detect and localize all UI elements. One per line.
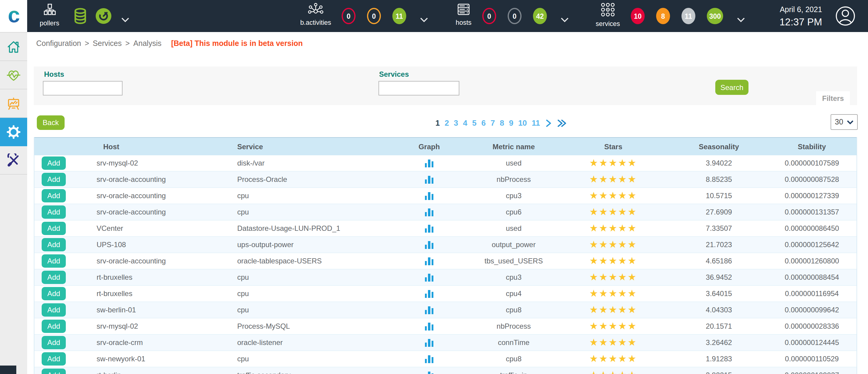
stability-cell: 0.000000110529 — [767, 351, 857, 367]
page-10[interactable]: 10 — [518, 118, 527, 127]
sitemap-icon — [43, 4, 56, 16]
status-badge-outline-gray[interactable]: 0 — [508, 8, 522, 24]
table-row: Addsrv-oracle-accountingcpucpu3★★★★★10.5… — [34, 188, 857, 204]
page-2[interactable]: 2 — [444, 118, 449, 127]
back-button[interactable]: Back — [37, 115, 65, 130]
bar-chart-icon[interactable] — [425, 175, 434, 183]
bar-chart-icon[interactable] — [425, 192, 434, 200]
latency-status[interactable] — [95, 8, 112, 27]
chart-easel-icon — [7, 96, 21, 110]
add-button[interactable]: Add — [42, 287, 66, 300]
service-cell: cpu — [218, 302, 387, 318]
sidebar-item-reporting[interactable] — [0, 89, 27, 118]
table-row: Addsrv-mysql-02Process-MySQLnbProcess★★★… — [34, 318, 857, 335]
ba-menu[interactable]: b.activities — [298, 3, 333, 26]
bar-chart-icon[interactable] — [425, 322, 434, 330]
seasonality-cell: 3.64015 — [671, 286, 767, 301]
services-dropdown[interactable] — [737, 14, 745, 25]
page-7[interactable]: 7 — [490, 118, 495, 127]
services-filter-input[interactable] — [378, 81, 459, 95]
table-header-row: Host Service Graph Metric name Stars Sea… — [34, 137, 857, 155]
pollers-menu[interactable]: pollers — [36, 4, 63, 27]
breadcrumb-services[interactable]: Services — [93, 39, 122, 48]
hosts-dropdown[interactable] — [561, 14, 568, 25]
star-rating: ★★★★★ — [556, 302, 671, 318]
page-1[interactable]: 1 — [435, 118, 440, 127]
database-status[interactable] — [73, 8, 88, 27]
services-menu[interactable]: services — [592, 2, 624, 27]
hosts-menu[interactable]: hosts — [450, 3, 477, 26]
sidebar-item-configuration[interactable] — [0, 118, 27, 146]
status-badge-outline-red[interactable]: 0 — [482, 8, 496, 24]
status-badge-outline-red[interactable]: 0 — [342, 8, 355, 24]
page-5[interactable]: 5 — [472, 118, 476, 127]
page-11[interactable]: 11 — [532, 118, 540, 127]
table-row: Addsrv-oracle-accountingcpucpu6★★★★★27.6… — [34, 204, 857, 221]
centreon-app: c pollers — [0, 0, 868, 374]
status-badge-fill-green[interactable]: 11 — [392, 8, 406, 24]
status-badge-fill-red[interactable]: 10 — [631, 8, 645, 24]
status-badge-fill-green[interactable]: 300 — [707, 8, 723, 24]
pollers-dropdown[interactable] — [121, 14, 129, 25]
bar-chart-icon[interactable] — [425, 371, 434, 374]
chevron-right-icon — [546, 119, 551, 126]
page-3[interactable]: 3 — [454, 118, 458, 127]
status-badge-fill-gray[interactable]: 11 — [681, 8, 695, 24]
add-button[interactable]: Add — [42, 254, 66, 268]
page-size-select[interactable]: 30 — [831, 114, 858, 130]
centreon-logo[interactable]: c — [0, 0, 27, 32]
service-cell: cpu — [218, 286, 387, 301]
bar-chart-icon[interactable] — [425, 257, 434, 265]
bar-chart-icon[interactable] — [425, 306, 434, 314]
add-button[interactable]: Add — [42, 303, 66, 317]
hosts-filter-input[interactable] — [43, 81, 123, 95]
last-page-button[interactable] — [557, 119, 566, 126]
filters-toggle[interactable]: Filters — [816, 91, 850, 105]
status-badge-fill-green[interactable]: 42 — [533, 8, 547, 24]
add-button[interactable]: Add — [42, 369, 66, 374]
sidebar-item-administration[interactable] — [0, 146, 27, 175]
bar-chart-icon[interactable] — [425, 225, 434, 232]
bar-chart-icon[interactable] — [425, 274, 434, 281]
bar-chart-icon[interactable] — [425, 290, 434, 297]
page-9[interactable]: 9 — [509, 118, 513, 127]
add-button[interactable]: Add — [42, 205, 66, 219]
star-rating: ★★★★★ — [556, 221, 671, 236]
home-icon — [7, 39, 21, 54]
add-button[interactable]: Add — [42, 352, 66, 366]
search-button[interactable]: Search — [715, 80, 748, 95]
service-cell: Process-MySQL — [218, 318, 387, 334]
status-badge-outline-orange[interactable]: 0 — [367, 8, 381, 24]
page-4[interactable]: 4 — [463, 118, 467, 127]
status-badge-fill-orange[interactable]: 8 — [656, 8, 670, 24]
bar-chart-icon[interactable] — [425, 159, 434, 167]
page-8[interactable]: 8 — [500, 118, 504, 127]
add-button[interactable]: Add — [42, 173, 66, 186]
bar-chart-icon[interactable] — [425, 208, 434, 216]
services-filter-label: Services — [379, 70, 409, 79]
next-page-button[interactable] — [546, 119, 551, 126]
add-button[interactable]: Add — [42, 271, 66, 284]
bar-chart-icon[interactable] — [425, 339, 434, 346]
bar-chart-icon[interactable] — [425, 355, 434, 363]
add-button[interactable]: Add — [42, 320, 66, 333]
add-button[interactable]: Add — [42, 189, 66, 202]
table-body: Addsrv-mysql-02disk-/varused★★★★★3.94022… — [34, 155, 857, 374]
metric-cell: used — [471, 221, 556, 236]
ba-badges: 0011 — [342, 8, 406, 24]
add-button[interactable]: Add — [42, 336, 66, 349]
service-cell: cpu — [218, 269, 387, 285]
table-row: Addrt-bruxellescpucpu3★★★★★36.94520.0000… — [34, 269, 857, 286]
sidebar-item-home[interactable] — [0, 33, 27, 61]
add-button[interactable]: Add — [42, 222, 66, 235]
add-button[interactable]: Add — [42, 156, 66, 170]
star-rating: ★★★★★ — [556, 286, 671, 301]
add-button[interactable]: Add — [42, 238, 66, 251]
sidebar-item-monitoring[interactable] — [0, 61, 27, 89]
breadcrumb-configuration[interactable]: Configuration — [36, 39, 81, 48]
user-menu[interactable] — [835, 6, 855, 28]
bar-chart-icon[interactable] — [425, 241, 434, 249]
ba-dropdown[interactable] — [420, 14, 428, 25]
metric-cell: cpu3 — [471, 269, 556, 285]
page-6[interactable]: 6 — [482, 118, 486, 127]
